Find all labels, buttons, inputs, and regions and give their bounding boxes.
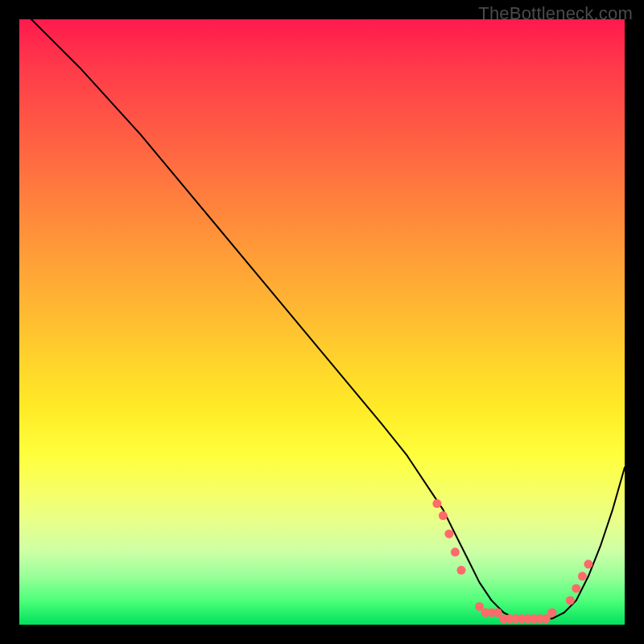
marker-dot [499,614,508,623]
chart-frame: TheBottleneck.com [0,0,644,644]
marker-dot [566,596,575,605]
marker-dot [530,614,539,623]
marker-dot [542,614,551,623]
curve-svg [19,19,625,625]
marker-dot [487,609,496,617]
marker-dot [578,572,587,580]
marker-group [432,499,592,623]
plot-area [19,19,625,625]
marker-dot [457,566,466,575]
marker-dot [511,614,520,623]
marker-dot [535,614,544,623]
marker-dot [481,609,490,617]
marker-dot [439,511,448,520]
marker-dot [518,614,526,623]
marker-dot [584,559,592,568]
marker-dot [523,614,532,623]
bottleneck-curve-path [31,19,625,619]
marker-dot [444,530,453,539]
marker-dot [493,609,502,617]
marker-dot [475,602,484,611]
marker-dot [547,609,556,617]
marker-dot [506,614,514,623]
marker-dot [432,499,441,508]
marker-dot [572,584,580,592]
marker-dot [451,547,460,556]
